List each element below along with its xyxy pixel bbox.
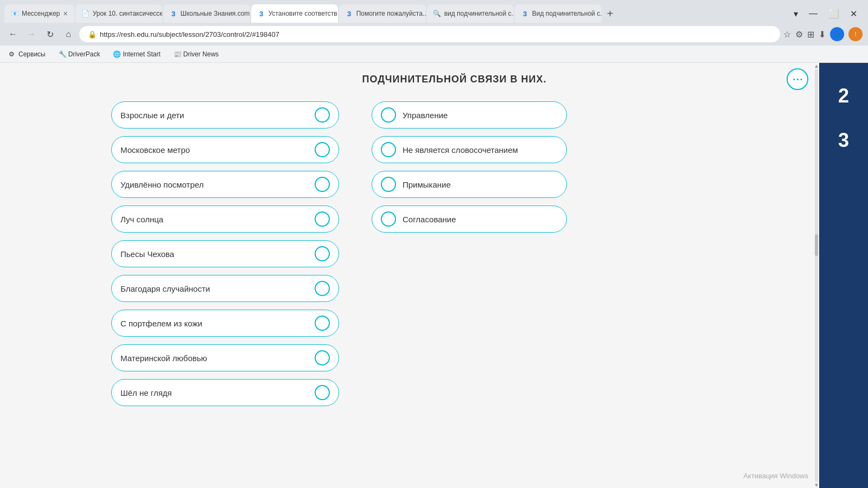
choice-label-2: Удивлённо посмотрел — [120, 180, 203, 189]
choice-circle-6[interactable] — [315, 316, 330, 331]
choice-label-5: Благодаря случайности — [120, 284, 210, 293]
extensions-icon[interactable]: ⚙ — [795, 29, 803, 40]
address-bar: ← → ↻ ⌂ 🔒 https://resh.edu.ru/subject/le… — [0, 23, 868, 46]
page-content: ⋯ ПОДЧИНИТЕЛЬНОЙ СВЯЗИ В НИХ. Взрослые и… — [0, 63, 868, 488]
scroll-handle[interactable] — [815, 234, 818, 256]
tab-favicon-1: 📧 — [11, 10, 18, 17]
choice-item-5[interactable]: Благодаря случайности — [111, 275, 339, 302]
choice-circle-4[interactable] — [315, 246, 330, 261]
choice-label-7: Материнской любовью — [120, 354, 207, 363]
tab-6[interactable]: 🔍 вид подчинительной с... × — [427, 4, 514, 23]
bookmarks-bar: ⚙ Сервисы 🔧 DriverPack 🌐 Internet Start … — [0, 46, 868, 63]
tab-label-6: вид подчинительной с... — [444, 10, 514, 17]
home-button[interactable]: ⌂ — [61, 27, 76, 42]
tab-label-2: Урок 10. синтаксичесск... — [93, 10, 162, 17]
choice-circle-3[interactable] — [315, 211, 330, 227]
forward-button[interactable]: → — [24, 27, 39, 42]
tab-7[interactable]: 3 Вид подчинительной с... × — [515, 4, 602, 23]
choice-item-3[interactable]: Луч солнца — [111, 206, 339, 233]
answer-item-0[interactable]: Управление — [372, 101, 567, 129]
info-button[interactable]: ⋯ — [787, 68, 808, 90]
sidebar-num-3[interactable]: 3 — [819, 118, 868, 163]
tab-list-button[interactable]: ▾ — [792, 9, 800, 19]
tab-favicon-6: 🔍 — [433, 10, 441, 17]
answer-item-3[interactable]: Согласование — [372, 206, 567, 233]
bookmark-servisy[interactable]: ⚙ Сервисы — [5, 49, 49, 59]
tab-favicon-4: 3 — [258, 10, 265, 17]
bookmark-driverpack[interactable]: 🔧 DriverPack — [55, 49, 104, 59]
choice-item-0[interactable]: Взрослые и дети — [111, 101, 339, 129]
tab-bar: 📧 Мессенджер × 📄 Урок 10. синтаксичесск.… — [0, 0, 868, 23]
download-icon[interactable]: ⬇ — [819, 29, 826, 40]
extension-icon[interactable]: ! — [848, 27, 863, 41]
tab-4-active[interactable]: 3 Установите соответств... × — [251, 4, 338, 23]
choice-item-1[interactable]: Московское метро — [111, 136, 339, 163]
browser-chrome: 📧 Мессенджер × 📄 Урок 10. синтаксичесск.… — [0, 0, 868, 63]
sidebar-num-2[interactable]: 2 — [819, 74, 868, 118]
choice-label-3: Луч солнца — [120, 215, 163, 224]
bookmark-driver-news[interactable]: 📰 Driver News — [170, 49, 222, 59]
reload-button[interactable]: ↻ — [42, 27, 58, 42]
choice-label-1: Московское метро — [120, 145, 190, 155]
choice-circle-7[interactable] — [315, 350, 330, 365]
answer-circle-1[interactable] — [381, 142, 396, 157]
bookmark-star-icon[interactable]: ☆ — [783, 29, 791, 40]
close-button[interactable]: ✕ — [848, 9, 859, 19]
grid-icon[interactable]: ⊞ — [807, 29, 814, 40]
choice-circle-0[interactable] — [315, 107, 330, 123]
tab-favicon-7: 3 — [521, 10, 529, 17]
choice-circle-5[interactable] — [315, 281, 330, 296]
address-icons: ☆ ⚙ ⊞ ⬇ 👤 ! — [783, 27, 863, 41]
choice-item-7[interactable]: Материнской любовью — [111, 344, 339, 371]
tab-close-1[interactable]: × — [63, 9, 67, 18]
choice-label-4: Пьесы Чехова — [120, 249, 174, 259]
choice-item-2[interactable]: Удивлённо посмотрел — [111, 171, 339, 198]
bookmark-label-2: DriverPack — [68, 50, 100, 58]
choice-item-4[interactable]: Пьесы Чехова — [111, 240, 339, 267]
minimize-button[interactable]: — — [807, 9, 820, 19]
answer-circle-3[interactable] — [381, 211, 396, 227]
answer-circle-0[interactable] — [381, 107, 396, 123]
bookmark-favicon-4: 📰 — [174, 50, 181, 58]
answer-item-1[interactable]: Не является словосочетанием — [372, 136, 567, 163]
maximize-button[interactable]: ⬜ — [826, 9, 841, 19]
scroll-up-button[interactable]: ▲ — [814, 63, 819, 69]
page-title: ПОДЧИНИТЕЛЬНОЙ СВЯЗИ В НИХ. — [111, 74, 797, 85]
tab-favicon-5: 3 — [346, 10, 353, 17]
scrollbar[interactable]: ▲ ▼ — [815, 63, 818, 488]
answer-item-2[interactable]: Примыкание — [372, 171, 567, 198]
choice-item-6[interactable]: С портфелем из кожи — [111, 310, 339, 337]
tab-label-5: Помогите пожалуйста... — [356, 10, 426, 17]
back-button[interactable]: ← — [5, 27, 21, 42]
tab-5[interactable]: 3 Помогите пожалуйста... × — [339, 4, 426, 23]
right-column: Управление Не является словосочетанием П… — [372, 101, 567, 414]
answer-circle-2[interactable] — [381, 177, 396, 192]
choice-circle-8[interactable] — [315, 385, 330, 400]
scroll-track[interactable] — [815, 69, 818, 482]
tab-3[interactable]: 3 Школьные Знания.com × — [163, 4, 250, 23]
tab-messendger[interactable]: 📧 Мессенджер × — [4, 4, 74, 23]
activation-text: Активация Windows — [743, 472, 808, 480]
bookmark-label-3: Internet Start — [123, 50, 160, 58]
choice-circle-1[interactable] — [315, 142, 330, 157]
question-columns: Взрослые и дети Московское метро Удивлён… — [111, 101, 797, 414]
url-input[interactable]: 🔒 https://resh.edu.ru/subject/lesson/270… — [79, 26, 780, 42]
scroll-down-button[interactable]: ▼ — [814, 482, 819, 488]
tab-label-7: Вид подчинительной с... — [532, 10, 602, 17]
answer-label-2: Примыкание — [403, 180, 451, 189]
sidebar-panel: 2 3 — [819, 63, 868, 488]
new-tab-button[interactable]: + — [603, 8, 618, 20]
tab-label-3: Школьные Знания.com — [181, 10, 250, 17]
tab-label-4: Установите соответств... — [269, 10, 338, 17]
bookmark-label-1: Сервисы — [18, 50, 46, 58]
tab-2[interactable]: 📄 Урок 10. синтаксичесск... × — [75, 4, 162, 23]
bookmark-internet-start[interactable]: 🌐 Internet Start — [110, 49, 163, 59]
profile-button[interactable]: 👤 — [830, 27, 844, 41]
choice-circle-2[interactable] — [315, 177, 330, 192]
choice-item-8[interactable]: Шёл не глядя — [111, 379, 339, 406]
tab-label-1: Мессенджер — [22, 10, 60, 17]
bookmark-label-4: Driver News — [183, 50, 219, 58]
choice-label-8: Шёл не глядя — [120, 388, 172, 397]
url-text: https://resh.edu.ru/subject/lesson/2703/… — [100, 30, 279, 38]
choice-label-0: Взрослые и дети — [120, 111, 184, 120]
